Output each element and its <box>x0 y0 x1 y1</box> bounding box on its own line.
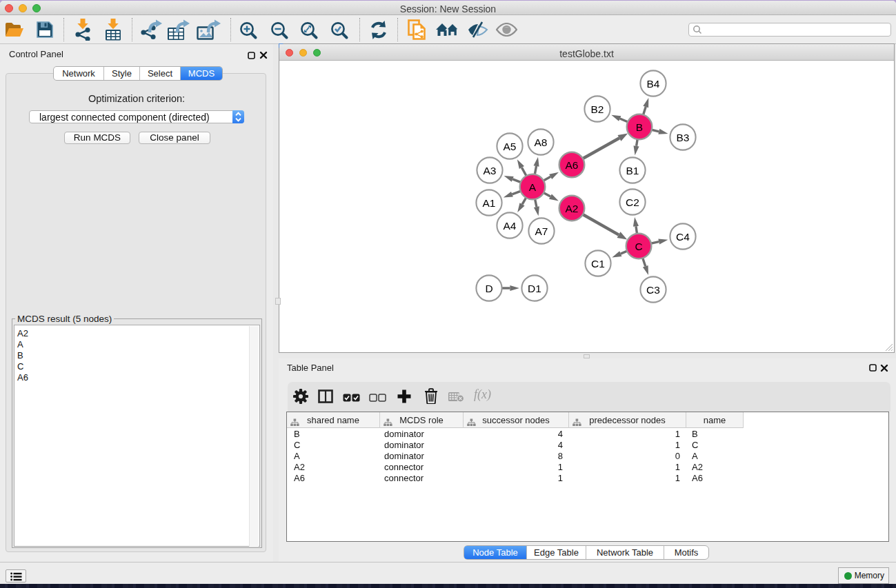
svg-text:A: A <box>529 181 537 193</box>
svg-text:B: B <box>636 121 643 133</box>
svg-text:A4: A4 <box>504 220 517 232</box>
svg-text:D1: D1 <box>528 283 541 294</box>
svg-text:C1: C1 <box>591 258 605 270</box>
svg-text:C2: C2 <box>626 196 639 208</box>
svg-text:A7: A7 <box>535 225 548 237</box>
svg-text:A3: A3 <box>484 165 497 176</box>
svg-text:A6: A6 <box>566 159 579 171</box>
svg-text:B3: B3 <box>677 132 690 143</box>
svg-text:C: C <box>635 241 642 252</box>
svg-text:C4: C4 <box>676 231 690 243</box>
svg-text:B4: B4 <box>647 78 660 90</box>
svg-text:B2: B2 <box>591 103 604 115</box>
svg-text:C3: C3 <box>646 284 660 296</box>
svg-text:B1: B1 <box>626 165 639 176</box>
svg-text:A2: A2 <box>566 203 579 214</box>
svg-text:A8: A8 <box>535 136 548 148</box>
svg-text:D: D <box>485 283 492 294</box>
svg-text:A1: A1 <box>483 197 496 209</box>
svg-text:A5: A5 <box>504 141 517 152</box>
